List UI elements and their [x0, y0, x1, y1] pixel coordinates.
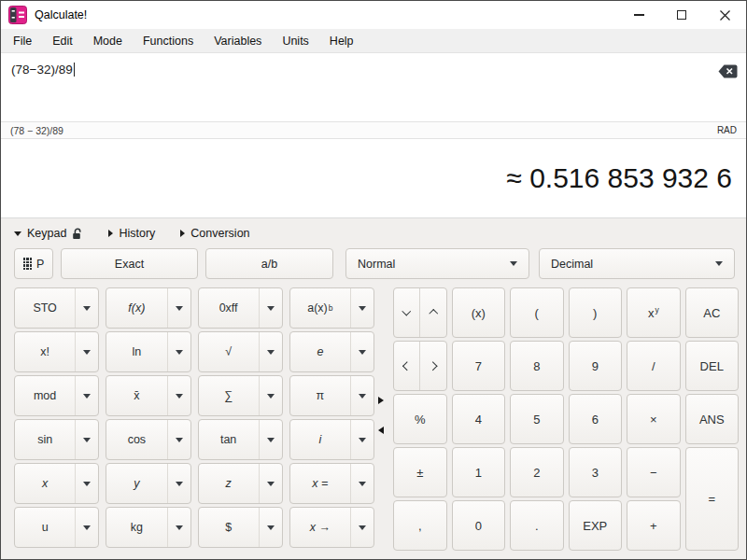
key-mod-menu-button[interactable] — [75, 376, 98, 415]
key-unit-kg-label[interactable]: kg — [106, 508, 166, 547]
pane-collapse-arrow-icon[interactable] — [378, 427, 384, 434]
key-decimal-point[interactable]: . — [510, 500, 564, 551]
key-sto-label[interactable]: STO — [15, 288, 75, 328]
key-convert-x-menu-button[interactable] — [350, 508, 374, 547]
key-cos-menu-button[interactable] — [167, 420, 190, 459]
key-unit-kg[interactable]: kg — [106, 507, 190, 548]
key-close-paren[interactable]: ) — [569, 287, 623, 338]
key-pi-label[interactable]: π — [290, 376, 350, 415]
history-expander[interactable]: History — [108, 227, 155, 240]
key-mod-label[interactable]: mod — [15, 376, 75, 415]
key-unit-u[interactable]: u — [14, 507, 99, 548]
key-power-function-label[interactable]: a(x)b — [290, 288, 350, 328]
menu-units[interactable]: Units — [272, 29, 318, 53]
key-ln[interactable]: ln — [106, 331, 190, 372]
key-3[interactable]: 3 — [569, 447, 623, 497]
key-smart-parentheses[interactable]: (x) — [452, 287, 506, 338]
menu-help[interactable]: Help — [319, 29, 364, 53]
key-currency-label[interactable]: $ — [199, 508, 259, 547]
keypad-expander[interactable]: Keypad — [14, 227, 83, 240]
key-mean-label[interactable]: x̄ — [106, 376, 166, 415]
key-var-y-label[interactable]: y — [106, 464, 166, 503]
key-ln-label[interactable]: ln — [106, 332, 166, 371]
key-add[interactable]: + — [627, 500, 681, 551]
key-var-z-label[interactable]: z — [199, 464, 259, 503]
key-power[interactable]: xy — [627, 287, 681, 338]
key-factorial-label[interactable]: x! — [15, 332, 75, 371]
key-sin-menu-button[interactable] — [75, 420, 98, 459]
key-convert-x-label[interactable]: x → — [290, 508, 350, 547]
key-sto-menu-button[interactable] — [75, 288, 98, 328]
key-currency[interactable]: $ — [198, 507, 283, 548]
key-function-fx-label[interactable]: f(x) — [106, 288, 166, 328]
key-9[interactable]: 9 — [569, 341, 623, 391]
key-cos-label[interactable]: cos — [106, 420, 166, 459]
key-sin[interactable]: sin — [14, 419, 99, 460]
key-exp[interactable]: EXP — [569, 500, 623, 551]
key-tan[interactable]: tan — [198, 419, 283, 460]
key-imaginary-i-label[interactable]: i — [290, 420, 350, 459]
key-sum-label[interactable]: ∑ — [199, 376, 259, 415]
key-function-fx[interactable]: f(x) — [106, 287, 190, 329]
menu-functions[interactable]: Functions — [133, 29, 204, 53]
key-unit-kg-menu-button[interactable] — [167, 508, 190, 547]
minimize-button[interactable] — [617, 1, 660, 29]
angle-mode[interactable]: RAD — [717, 125, 737, 135]
key-hex-0xff-menu-button[interactable] — [259, 288, 282, 328]
key-multiply[interactable]: × — [627, 394, 681, 444]
close-button[interactable] — [703, 1, 746, 29]
key-7[interactable]: 7 — [452, 341, 506, 391]
menu-mode[interactable]: Mode — [83, 29, 133, 53]
key-e-menu-button[interactable] — [350, 332, 374, 371]
key-var-x-label[interactable]: x — [15, 464, 75, 503]
key-imaginary-i-menu-button[interactable] — [350, 420, 374, 459]
key-cos[interactable]: cos — [106, 419, 190, 460]
key-8[interactable]: 8 — [510, 341, 564, 391]
key-open-paren[interactable]: ( — [510, 287, 564, 338]
key-cursor-left[interactable] — [394, 342, 419, 390]
key-convert-x[interactable]: x → — [289, 507, 374, 548]
expression-input[interactable]: (78−32)/89 — [1, 53, 746, 121]
key-equals[interactable]: = — [685, 447, 740, 551]
unlock-icon[interactable] — [72, 228, 83, 240]
key-tan-label[interactable]: tan — [199, 420, 259, 459]
key-ln-menu-button[interactable] — [167, 332, 190, 371]
maximize-button[interactable] — [660, 1, 703, 29]
key-sqrt-label[interactable]: √ — [199, 332, 259, 371]
key-percent[interactable]: % — [393, 394, 447, 444]
exact-button[interactable]: Exact — [61, 248, 198, 279]
key-ans[interactable]: ANS — [685, 394, 740, 444]
key-hex-0xff-label[interactable]: 0xff — [199, 288, 259, 328]
key-solve-x[interactable]: x = — [289, 463, 374, 504]
key-sto[interactable]: STO — [14, 287, 99, 329]
key-1[interactable]: 1 — [452, 447, 506, 497]
menu-file[interactable]: File — [3, 29, 42, 53]
key-pi-menu-button[interactable] — [350, 376, 374, 415]
pane-expand-arrow-icon[interactable] — [378, 397, 384, 404]
key-ac[interactable]: AC — [685, 287, 740, 338]
key-power-function[interactable]: a(x)b — [289, 287, 374, 329]
key-cursor-right[interactable] — [419, 342, 445, 390]
fraction-button[interactable]: a/b — [205, 248, 333, 279]
display-mode-select[interactable]: Normal — [345, 248, 529, 279]
key-factorial[interactable]: x! — [14, 331, 99, 372]
menu-edit[interactable]: Edit — [42, 29, 83, 53]
key-sin-label[interactable]: sin — [15, 420, 75, 459]
key-var-y[interactable]: y — [106, 463, 190, 504]
key-factorial-menu-button[interactable] — [75, 332, 98, 371]
key-e[interactable]: e — [289, 331, 374, 372]
key-sqrt-menu-button[interactable] — [259, 332, 282, 371]
key-tan-menu-button[interactable] — [259, 420, 282, 459]
key-subtract[interactable]: − — [627, 447, 681, 497]
key-del[interactable]: DEL — [685, 341, 740, 391]
key-plusminus[interactable]: ± — [393, 447, 447, 497]
key-hex-0xff[interactable]: 0xff — [198, 287, 283, 329]
backspace-button[interactable] — [718, 64, 738, 78]
key-function-fx-menu-button[interactable] — [167, 288, 190, 328]
key-solve-x-menu-button[interactable] — [350, 464, 374, 503]
key-var-z-menu-button[interactable] — [259, 464, 282, 503]
key-sum[interactable]: ∑ — [198, 375, 283, 416]
key-var-y-menu-button[interactable] — [167, 464, 190, 503]
key-4[interactable]: 4 — [452, 394, 506, 444]
key-var-z[interactable]: z — [198, 463, 283, 504]
